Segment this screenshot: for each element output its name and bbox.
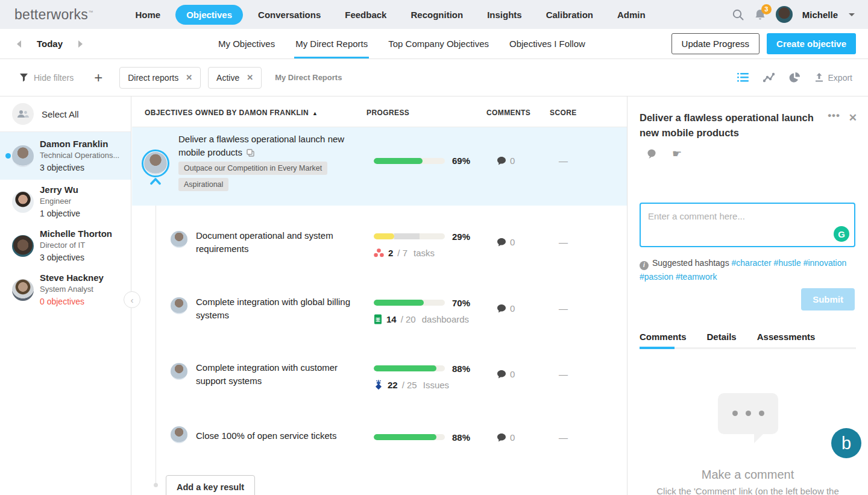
betterworks-chat-button[interactable]: b — [831, 428, 861, 458]
export-icon — [814, 72, 824, 83]
empty-comments-illustration — [718, 393, 778, 434]
key-result-row[interactable]: Document operational and system requirem… — [132, 220, 627, 286]
comments-cell[interactable]: 0 — [497, 237, 515, 247]
objective-tag: Outpace our Competition in Every Market — [178, 162, 327, 175]
nudge-hand-icon[interactable]: ☛ — [672, 147, 682, 160]
search-icon[interactable] — [732, 8, 744, 21]
update-progress-button[interactable]: Update Progress — [671, 33, 760, 54]
submit-comment-button[interactable]: Submit — [801, 288, 855, 311]
header-actions: Update Progress Create objective — [671, 29, 856, 58]
comment-count: 0 — [510, 156, 515, 166]
key-result-title[interactable]: Close 100% of open service tickets — [196, 429, 360, 443]
hashtag-link[interactable]: #teamwork — [676, 272, 717, 282]
filter-chip-direct-reports[interactable]: Direct reports ✕ — [119, 67, 201, 89]
person-row-michelle-thorton[interactable]: Michelle Thorton Director of IT 3 object… — [0, 224, 131, 268]
nav-item-home[interactable]: Home — [127, 5, 170, 25]
tab-objectives-i-follow[interactable]: Objectives I Follow — [508, 29, 587, 58]
tab-comments[interactable]: Comments — [640, 332, 687, 342]
comment-input[interactable] — [641, 204, 854, 246]
tab-details[interactable]: Details — [707, 332, 737, 342]
detail-title: Deliver a flawless operational launch ne… — [640, 110, 828, 140]
copy-icon[interactable] — [247, 147, 254, 160]
group-icon — [12, 103, 34, 125]
person-row-damon-franklin[interactable]: Damon Franklin Technical Operations... 3… — [0, 132, 131, 180]
done-count: 22 — [388, 380, 398, 390]
nav-item-admin[interactable]: Admin — [608, 5, 655, 25]
tab-assessments[interactable]: Assessments — [757, 332, 816, 342]
objective-owner-avatar[interactable] — [142, 150, 169, 177]
sidebar-collapse-button[interactable]: ‹ — [124, 291, 140, 308]
close-panel-icon[interactable]: ✕ — [849, 112, 857, 124]
list-view-icon[interactable] — [737, 72, 749, 83]
tab-my-direct-reports[interactable]: My Direct Reports — [294, 29, 369, 58]
hashtag-link[interactable]: #character — [732, 258, 772, 268]
grammarly-icon[interactable]: G — [834, 226, 849, 242]
filter-chip-active[interactable]: Active ✕ — [208, 67, 262, 89]
remove-filter-icon[interactable]: ✕ — [247, 73, 253, 82]
empty-state-caption: Click the 'Comment' link (on the left be… — [627, 486, 868, 495]
objective-row[interactable]: Deliver a flawless operational launch ne… — [132, 127, 627, 206]
key-result-title[interactable]: Complete integration with customer suppo… — [196, 361, 360, 388]
nav-item-conversations[interactable]: Conversations — [249, 5, 330, 25]
key-result-row[interactable]: Complete integration with customer suppo… — [132, 352, 627, 418]
column-header-progress: PROGRESS — [366, 109, 409, 117]
nav-item-recognition[interactable]: Recognition — [401, 5, 472, 25]
column-header-objectives[interactable]: OBJECTIVES OWNED BY DAMON FRANKLIN▲ — [145, 109, 318, 117]
done-count: 14 — [386, 314, 397, 324]
hide-filters-toggle[interactable]: Hide filters — [19, 73, 74, 83]
key-result-title[interactable]: Document operational and system requirem… — [196, 229, 360, 256]
filter-chip-label: Active — [216, 73, 239, 83]
next-period-arrow[interactable] — [78, 40, 83, 48]
score-cell: — — [559, 156, 568, 166]
key-result-row[interactable]: Close 100% of open service tickets 88% 0… — [132, 418, 627, 475]
owner-avatar — [171, 231, 187, 248]
notifications-bell-icon[interactable]: 3 — [754, 8, 766, 21]
comments-cell[interactable]: 0 — [497, 432, 515, 443]
add-key-result-button[interactable]: Add a key result — [166, 475, 255, 495]
key-result-title[interactable]: Complete integration with global billing… — [196, 295, 360, 322]
display-mode-icons: Export — [737, 72, 852, 83]
select-all-row[interactable]: Select All — [0, 96, 131, 132]
objective-detail-panel: Deliver a flawless operational launch ne… — [627, 96, 868, 495]
person-row-jerry-wu[interactable]: Jerry Wu Engineer 1 objective — [0, 180, 131, 224]
comment-count: 0 — [510, 432, 515, 443]
nav-item-calibration[interactable]: Calibration — [537, 5, 602, 25]
collapse-key-results-icon[interactable] — [149, 177, 162, 188]
person-row-steve-hackney[interactable]: Steve Hackney System Analyst 0 objective… — [0, 268, 131, 312]
hashtag-link[interactable]: #passion — [640, 272, 673, 282]
nav-item-insights[interactable]: Insights — [478, 5, 531, 25]
hashtag-link[interactable]: #hustle — [774, 258, 801, 268]
objective-title[interactable]: Deliver a flawless operational launch ne… — [178, 133, 354, 160]
integration-status: 22 / 25 Issues — [374, 380, 449, 390]
prev-period-arrow[interactable] — [17, 40, 21, 48]
add-filter-button[interactable]: + — [94, 72, 102, 84]
comments-cell[interactable]: 0 — [497, 303, 515, 314]
app-window: betterworks™ Home Objectives Conversatio… — [0, 0, 868, 495]
export-button[interactable]: Export — [814, 72, 852, 83]
remove-filter-icon[interactable]: ✕ — [186, 73, 192, 82]
comments-cell[interactable]: 0 — [497, 369, 515, 379]
tab-top-company-objectives[interactable]: Top Company Objectives — [387, 29, 490, 58]
objective-view-tabs: My Objectives My Direct Reports Top Comp… — [217, 29, 587, 58]
comment-bubble-icon — [497, 156, 506, 166]
user-name[interactable]: Michelle — [802, 10, 838, 20]
user-avatar[interactable] — [776, 6, 793, 23]
nav-item-feedback[interactable]: Feedback — [336, 5, 395, 25]
more-options-icon[interactable]: ••• — [828, 110, 840, 122]
key-result-row[interactable]: Complete integration with global billing… — [132, 286, 627, 353]
nav-item-objectives[interactable]: Objectives — [175, 5, 243, 25]
tab-my-objectives[interactable]: My Objectives — [217, 29, 276, 58]
hashtags-label: Suggested hashtags — [652, 258, 729, 268]
score-cell: — — [559, 303, 568, 314]
unit-label: Issues — [423, 380, 449, 390]
balloon-comment-icon[interactable] — [647, 149, 656, 159]
user-menu-caret-icon[interactable] — [849, 13, 855, 16]
pie-chart-view-icon[interactable] — [789, 72, 800, 83]
hashtag-link[interactable]: #innovation — [804, 258, 847, 268]
comments-cell[interactable]: 0 — [497, 156, 515, 166]
betterworks-logo[interactable]: betterworks™ — [14, 7, 93, 23]
progression-view-icon[interactable] — [763, 72, 775, 83]
funnel-icon — [19, 73, 28, 82]
create-objective-button[interactable]: Create objective — [767, 33, 856, 54]
sub-header: Today My Objectives My Direct Reports To… — [0, 29, 868, 59]
